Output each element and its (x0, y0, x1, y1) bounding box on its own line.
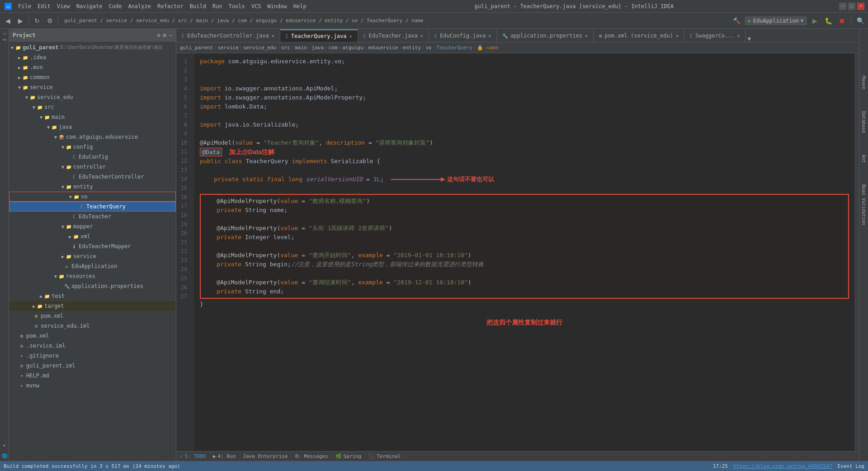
tree-item-service[interactable]: ▼ 📁 service (9, 82, 176, 92)
tab-close-TeacherQuery[interactable]: × (349, 34, 352, 39)
right-panel-maven[interactable]: Maven (860, 74, 867, 91)
tab-EduConfig[interactable]: C EduConfig.java × (429, 29, 497, 42)
tree-item-service-edu[interactable]: ▼ 📁 service_edu (9, 92, 176, 102)
search-everywhere-button[interactable]: 🔍 (854, 15, 866, 27)
tree-item-idea[interactable]: ▶ 📁 .idea (9, 52, 176, 62)
forward-button[interactable]: ▶ (14, 15, 26, 27)
menu-edit[interactable]: Edit (35, 3, 53, 9)
tree-item-java[interactable]: ▼ 📁 java (9, 122, 176, 132)
menu-refactor[interactable]: Refactor (155, 3, 186, 9)
project-gear-icon[interactable]: ⚙ (157, 32, 160, 38)
tab-close-app-properties[interactable]: × (585, 33, 588, 38)
bc-service-edu[interactable]: service_edu (243, 45, 276, 51)
bottom-messages[interactable]: 0: Messages (295, 453, 328, 459)
code-content[interactable]: package com.atguigu.eduservice.entity.vo… (194, 53, 854, 451)
tree-item-EduApplication[interactable]: ▶ EduApplication (9, 261, 176, 271)
project-expand-icon[interactable]: ⊞ (163, 32, 166, 38)
tree-item-pom-xml-edu[interactable]: m pom.xml (9, 311, 176, 321)
tree-item-main[interactable]: ▼ 📁 main (9, 112, 176, 122)
bc-eduservice[interactable]: eduservice (368, 45, 398, 51)
menu-run[interactable]: Run (210, 3, 225, 9)
bc-atguigu[interactable]: atguigu (342, 45, 363, 51)
tab-close-swagger[interactable]: × (737, 33, 740, 38)
bottom-run[interactable]: ▶ 4: Run (213, 453, 236, 459)
bc-src[interactable]: src (281, 45, 290, 51)
code-editor[interactable]: 1234567891011121314151617181920212223242… (176, 53, 859, 451)
stop-button[interactable]: ⏹ (836, 15, 848, 27)
tree-item-com-atguigu[interactable]: ▼ 📦 com.atguigu.eduservice (9, 132, 176, 142)
tab-close-EduTeacher[interactable]: × (420, 33, 423, 38)
bc-teacherquery[interactable]: TeacherQuery (436, 45, 472, 51)
tab-EduTeacherController[interactable]: C EduTeacherController.java × (176, 29, 280, 42)
menu-analyze[interactable]: Analyze (125, 3, 154, 9)
menu-tools[interactable]: Tools (226, 3, 248, 9)
tree-item-mvnw[interactable]: • mvnw (9, 381, 176, 391)
sidebar-icon-web[interactable]: 🌐 (1, 452, 8, 459)
close-button[interactable]: ✕ (857, 3, 864, 10)
sidebar-icon-structure[interactable]: 2 (1, 38, 8, 41)
back-button[interactable]: ◀ (2, 15, 14, 27)
vertical-scrollbar[interactable] (854, 53, 859, 451)
bc-name-field[interactable]: 🔒 name (477, 45, 498, 51)
sidebar-icon-project[interactable]: 1 (1, 33, 8, 35)
tab-swagger[interactable]: C SwaggerCo... × (684, 29, 746, 42)
build-button[interactable]: 🔨 (731, 15, 743, 27)
tree-item-common[interactable]: ▶ 📁 common (9, 72, 176, 82)
debug-button[interactable]: 🐛 (822, 15, 834, 27)
menu-code[interactable]: Code (106, 3, 125, 9)
sync-button[interactable]: ↻ (31, 15, 43, 27)
tree-item-TeacherQuery[interactable]: C TeacherQuery (9, 202, 176, 212)
tree-item-config[interactable]: ▼ 📁 config (9, 142, 176, 152)
tab-app-properties[interactable]: 🔧 application.properties × (497, 29, 594, 42)
tab-TeacherQuery[interactable]: C TeacherQuery.java × (280, 29, 358, 42)
tab-EduTeacher[interactable]: C EduTeacher.java × (358, 29, 429, 42)
menu-file[interactable]: File (15, 3, 34, 9)
bottom-todo[interactable]: ✓ 5: TODO (180, 453, 206, 459)
tab-close-pom[interactable]: × (676, 33, 679, 38)
bc-entity[interactable]: entity (403, 45, 421, 51)
right-panel-ant[interactable]: Ant (860, 153, 867, 165)
menu-view[interactable]: View (54, 3, 73, 9)
tree-item-mvn[interactable]: ▶ 📁 .mvn (9, 62, 176, 72)
status-url[interactable]: https://blog.csdn.net/qq_44841547 (733, 463, 832, 469)
bc-vo[interactable]: vo (425, 45, 431, 51)
tree-item-entity[interactable]: ▼ 📁 entity (9, 182, 176, 192)
tree-item-xml[interactable]: ▶ 📁 xml (9, 231, 176, 241)
sidebar-icon-star[interactable]: ★ (1, 441, 8, 448)
tree-item-src[interactable]: ▼ 📁 src (9, 102, 176, 112)
tree-item-mapper[interactable]: ▼ 📁 mapper (9, 221, 176, 231)
maximize-button[interactable]: □ (848, 3, 855, 10)
more-tabs-button[interactable]: ▼ (746, 36, 753, 42)
tree-item-pom-xml-root[interactable]: m pom.xml (9, 331, 176, 341)
tree-item-vo[interactable]: ▼ 📁 vo (9, 192, 176, 202)
bc-service[interactable]: service (217, 45, 238, 51)
tree-item-help-md[interactable]: • HELP.md (9, 371, 176, 381)
bottom-spring[interactable]: 🌿 Spring (335, 453, 362, 459)
run-button[interactable]: ▶ (809, 15, 821, 27)
tree-item-service-folder[interactable]: ▶ 📁 service (9, 251, 176, 261)
menu-navigate[interactable]: Navigate (74, 3, 105, 9)
tree-item-EduConfig[interactable]: C EduConfig (9, 152, 176, 162)
tree-item-target[interactable]: ▶ 📁 target (9, 301, 176, 311)
bc-main[interactable]: main (295, 45, 307, 51)
tree-item-EduTeacher[interactable]: C EduTeacher (9, 212, 176, 221)
right-panel-bean-validation[interactable]: Bean Validation (860, 183, 867, 227)
tree-item-app-properties[interactable]: 🔧 application.properties (9, 281, 176, 291)
bottom-terminal[interactable]: ⬛ Terminal (368, 453, 401, 459)
tree-item-service-edu-iml[interactable]: m service_edu.iml (9, 321, 176, 331)
settings-button[interactable]: ⚙ (44, 15, 56, 27)
bc-java[interactable]: java (312, 45, 324, 51)
tree-item-EduTeacherController[interactable]: C EduTeacherController (9, 172, 176, 182)
right-panel-database[interactable]: Database (860, 109, 867, 135)
tab-pom[interactable]: m pom.xml (service_edu) × (594, 29, 684, 42)
bc-com[interactable]: com (329, 45, 338, 51)
tab-close-EduConfig[interactable]: × (488, 33, 491, 38)
menu-build[interactable]: Build (187, 3, 209, 9)
tree-item-service-iml[interactable]: m .service.iml (9, 341, 176, 351)
menu-help[interactable]: Help (291, 3, 309, 9)
tree-item-EduTeacherMapper[interactable]: ℹ EduTeacherMapper (9, 241, 176, 251)
menu-vcs[interactable]: VCS (249, 3, 264, 9)
tree-item-controller[interactable]: ▼ 📁 controller (9, 162, 176, 172)
bottom-java-enterprise[interactable]: Java Enterprise (243, 453, 288, 459)
tree-item-gitignore[interactable]: • .gitignore (9, 351, 176, 361)
